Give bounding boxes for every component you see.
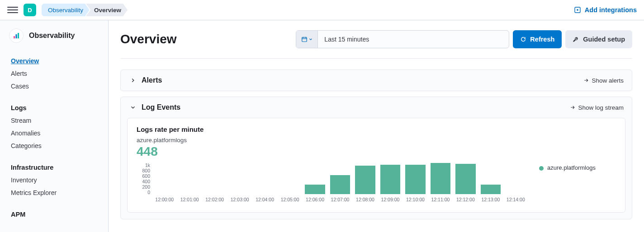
avatar-initial: D — [28, 7, 32, 14]
sidebar-heading-logs: Logs — [0, 100, 108, 114]
bar-slot — [478, 162, 503, 194]
sidebar-item-categories[interactable]: Categories — [0, 139, 108, 152]
bar — [330, 175, 350, 194]
sidebar-item-metrics-explorer[interactable]: Metrics Explorer — [0, 186, 108, 199]
bar-slot — [428, 162, 453, 194]
x-tick: 12:00:00 — [152, 197, 177, 202]
show-log-stream-link[interactable]: Show log stream — [570, 104, 624, 111]
menu-button[interactable] — [7, 5, 18, 15]
alerts-panel-title: Alerts — [142, 76, 162, 84]
time-range-quick-button[interactable] — [296, 31, 318, 48]
alerts-panel: Alerts Show alerts — [120, 70, 632, 91]
sidebar-top-group: Overview Alerts Cases — [0, 51, 108, 96]
arrow-right-icon — [570, 105, 575, 110]
bar — [431, 163, 450, 194]
bar-slot — [353, 162, 378, 194]
bar-slot — [152, 162, 177, 194]
sidebar-item-alerts[interactable]: Alerts — [0, 67, 108, 80]
x-tick: 12:07:00 — [327, 197, 352, 202]
bar — [380, 165, 400, 194]
log-events-panel: Log Events Show log stream Logs rate per… — [120, 97, 632, 219]
breadcrumb: Observability Overview — [42, 4, 128, 16]
chart-row: 1k8006004002000 12:00:0012:01:0012:02:00… — [137, 162, 616, 208]
sidebar-group-apm: APM — [0, 203, 108, 224]
bar — [405, 165, 425, 194]
chart-bars — [152, 162, 528, 194]
breadcrumb-app[interactable]: Observability — [42, 4, 90, 16]
show-alerts-link[interactable]: Show alerts — [583, 77, 624, 84]
bar — [455, 164, 475, 194]
guided-setup-button[interactable]: Guided setup — [565, 30, 632, 48]
y-tick: 400 — [142, 179, 150, 184]
bar-slot — [403, 162, 428, 194]
x-tick: 12:05:00 — [277, 197, 302, 202]
bar — [305, 185, 325, 194]
log-events-panel-header: Log Events Show log stream — [121, 97, 632, 118]
chart-plot: 1k8006004002000 12:00:0012:01:0012:02:00… — [137, 162, 528, 208]
chart-big-number: 448 — [137, 144, 616, 159]
y-tick: 600 — [142, 173, 150, 179]
x-tick: 12:12:00 — [453, 197, 478, 202]
add-integrations-label: Add integrations — [585, 6, 637, 14]
bar-slot — [202, 162, 227, 194]
sidebar-title: Observability — [29, 32, 75, 40]
sidebar-item-overview[interactable]: Overview — [0, 55, 108, 67]
x-tick: 12:04:00 — [252, 197, 277, 202]
chevron-down-icon — [308, 37, 313, 42]
time-range-value[interactable]: Last 15 minutes — [318, 31, 509, 48]
x-tick: 12:13:00 — [478, 197, 503, 202]
sidebar-header: Observability — [0, 28, 108, 51]
avatar[interactable]: D — [24, 4, 36, 16]
observability-logo-icon — [9, 28, 24, 43]
sidebar-heading-apm: APM — [0, 206, 108, 221]
x-tick: 12:10:00 — [403, 197, 428, 202]
y-tick: 1k — [145, 162, 150, 168]
x-tick: 12:14:00 — [503, 197, 528, 202]
sidebar-item-stream[interactable]: Stream — [0, 114, 108, 127]
alerts-panel-header: Alerts Show alerts — [121, 70, 632, 91]
topbar: D Observability Overview Add integration… — [0, 0, 644, 20]
chart-y-axis: 1k8006004002000 — [137, 162, 152, 194]
chart-series-name: azure.platformlogs — [137, 137, 616, 144]
logs-rate-chart-card: Logs rate per minute azure.platformlogs … — [127, 118, 625, 213]
legend-swatch-icon — [539, 166, 544, 171]
add-integrations-link[interactable]: Add integrations — [574, 6, 637, 14]
sidebar: Observability Overview Alerts Cases Logs… — [0, 20, 109, 232]
main-content: Overview Last 15 minutes — [109, 20, 644, 232]
chevron-down-icon — [130, 104, 136, 111]
log-events-panel-body: Logs rate per minute azure.platformlogs … — [121, 118, 632, 219]
bar-slot — [227, 162, 252, 194]
sidebar-item-anomalies[interactable]: Anomalies — [0, 127, 108, 139]
arrow-right-icon — [583, 78, 589, 83]
bar-slot — [378, 162, 402, 194]
refresh-button[interactable]: Refresh — [513, 30, 562, 48]
chart-title: Logs rate per minute — [137, 125, 616, 133]
log-events-panel-toggle[interactable] — [129, 103, 137, 111]
bar-slot — [177, 162, 202, 194]
x-tick: 12:09:00 — [378, 197, 402, 202]
y-tick: 0 — [147, 190, 150, 195]
breadcrumb-page[interactable]: Overview — [86, 4, 128, 16]
bar-slot — [453, 162, 478, 194]
time-range-picker[interactable]: Last 15 minutes — [296, 30, 509, 48]
svg-rect-2 — [16, 34, 17, 38]
sidebar-heading-infrastructure: Infrastructure — [0, 159, 108, 174]
show-alerts-label: Show alerts — [592, 77, 624, 84]
guided-setup-button-label: Guided setup — [583, 36, 625, 43]
page-title: Overview — [120, 32, 177, 46]
bar-slot — [303, 162, 327, 194]
bar — [481, 185, 501, 194]
x-tick: 12:03:00 — [227, 197, 252, 202]
legend-label: azure.platformlogs — [547, 164, 596, 171]
alerts-panel-toggle[interactable] — [129, 76, 137, 84]
sidebar-item-cases[interactable]: Cases — [0, 80, 108, 93]
x-tick: 12:01:00 — [177, 197, 202, 202]
chart-legend: azure.platformlogs — [539, 162, 616, 208]
sidebar-group-infrastructure: Infrastructure Inventory Metrics Explore… — [0, 156, 108, 203]
svg-rect-3 — [18, 33, 19, 38]
log-events-panel-title: Log Events — [142, 103, 180, 111]
show-log-stream-label: Show log stream — [578, 104, 624, 111]
sidebar-item-inventory[interactable]: Inventory — [0, 174, 108, 186]
svg-rect-4 — [302, 37, 307, 42]
calendar-icon — [301, 36, 308, 42]
